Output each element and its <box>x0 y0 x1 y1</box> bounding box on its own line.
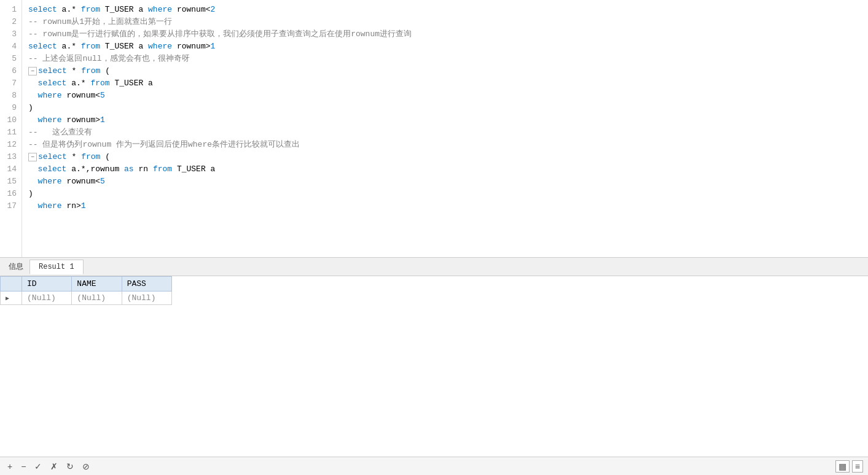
footer-right: ▦≡ <box>835 460 863 473</box>
code-segment: select <box>38 163 67 176</box>
line-number-12: 12 <box>5 139 17 151</box>
line-number-15: 15 <box>5 176 17 188</box>
code-content[interactable]: select a.* from T_USER a where rownum<2-… <box>22 0 868 257</box>
code-segment: select <box>38 77 67 90</box>
editor-area: 1234567891011121314151617 select a.* fro… <box>0 0 868 258</box>
code-segment: -- 上述会返回null，感觉会有也，很神奇呀 <box>28 53 190 65</box>
code-segment: select <box>28 4 57 16</box>
col-header-pass: PASS <box>122 277 171 292</box>
line-number-11: 11 <box>5 126 17 139</box>
code-segment: -- rownum从1开始，上面就查出第一行 <box>28 16 172 28</box>
code-segment: where <box>38 90 62 102</box>
subtract-button[interactable]: − <box>18 460 28 473</box>
code-line-6: −select * from ( <box>28 65 862 77</box>
confirm-button[interactable]: ✓ <box>32 460 44 473</box>
table-cell-0-0: (Null) <box>22 292 72 305</box>
code-segment <box>28 200 38 212</box>
footer-toolbar: +−✓✗↻⊘ ▦≡ <box>0 457 868 475</box>
code-segment <box>28 163 38 176</box>
code-line-15: where rownum<5 <box>28 176 862 188</box>
code-segment: where <box>148 41 172 53</box>
line-number-1: 1 <box>5 4 17 16</box>
code-segment: T_USER a <box>100 41 148 53</box>
grid-view-icon[interactable]: ▦ <box>835 460 850 473</box>
code-segment: -- 这么查没有 <box>28 126 92 139</box>
code-segment: a.* <box>57 41 81 53</box>
code-segment: where <box>38 114 62 126</box>
code-segment: rn <box>134 163 153 176</box>
table-cell-0-1: (Null) <box>72 292 122 305</box>
line-number-6: 6 <box>5 65 17 77</box>
add-button[interactable]: + <box>5 460 15 473</box>
code-segment: * <box>67 151 81 163</box>
row-indicator-0: ▶ <box>1 292 22 305</box>
code-segment: ( <box>100 65 110 77</box>
code-segment: ) <box>28 102 33 114</box>
fold-icon-6[interactable]: − <box>28 67 37 75</box>
code-segment: T_USER a <box>100 4 148 16</box>
code-segment: 1 <box>81 200 86 212</box>
code-line-8: where rownum<5 <box>28 90 862 102</box>
code-line-11: -- 这么查没有 <box>28 126 862 139</box>
code-segment: where <box>148 4 172 16</box>
code-segment: ( <box>100 151 110 163</box>
tabs-bar: 信息 Result 1 <box>0 258 868 276</box>
table-row: ▶(Null)(Null)(Null) <box>1 292 172 305</box>
code-segment: as <box>124 163 134 176</box>
code-segment: select <box>38 151 67 163</box>
code-container: 1234567891011121314151617 select a.* fro… <box>0 0 868 257</box>
result-table: IDNAMEPASS▶(Null)(Null)(Null) <box>0 276 172 305</box>
line-number-5: 5 <box>5 53 17 65</box>
code-segment: rownum< <box>62 90 100 102</box>
code-segment: T_USER a <box>172 163 215 176</box>
code-line-14: select a.*,rownum as rn from T_USER a <box>28 163 862 176</box>
info-tab[interactable]: 信息 <box>2 259 29 274</box>
code-segment: rownum< <box>62 176 100 188</box>
line-number-14: 14 <box>5 163 17 176</box>
col-header-id: ID <box>22 277 72 292</box>
code-segment: a.* <box>57 4 81 16</box>
row-indicator-header <box>1 277 22 292</box>
code-segment <box>28 77 38 90</box>
stop-button[interactable]: ⊘ <box>80 460 92 473</box>
code-segment: from <box>81 4 100 16</box>
code-line-17: where rn>1 <box>28 200 862 212</box>
line-number-4: 4 <box>5 41 17 53</box>
line-number-17: 17 <box>5 200 17 212</box>
code-segment: 1 <box>211 41 216 53</box>
code-line-3: -- rownum是一行进行赋值的，如果要从排序中获取，我们必须使用子查询查询之… <box>28 28 862 41</box>
code-line-13: −select * from ( <box>28 151 862 163</box>
line-number-13: 13 <box>5 151 17 163</box>
code-segment: from <box>81 151 100 163</box>
code-segment: from <box>153 163 172 176</box>
fold-icon-13[interactable]: − <box>28 153 37 161</box>
line-number-2: 2 <box>5 16 17 28</box>
code-line-9: ) <box>28 102 862 114</box>
code-line-10: where rownum>1 <box>28 114 862 126</box>
code-segment: -- 但是将伪列rownum 作为一列返回后使用where条件进行比较就可以查出 <box>28 139 300 151</box>
code-segment: rownum> <box>62 114 100 126</box>
col-header-name: NAME <box>72 277 122 292</box>
code-segment: from <box>81 65 100 77</box>
result-tab[interactable]: Result 1 <box>29 260 84 274</box>
code-line-4: select a.* from T_USER a where rownum>1 <box>28 41 862 53</box>
code-line-5: -- 上述会返回null，感觉会有也，很神奇呀 <box>28 53 862 65</box>
cancel-button[interactable]: ✗ <box>48 460 60 473</box>
code-line-1: select a.* from T_USER a where rownum<2 <box>28 4 862 16</box>
bottom-panel: 信息 Result 1 IDNAMEPASS▶(Null)(Null)(Null… <box>0 258 868 475</box>
table-cell-0-2: (Null) <box>122 292 171 305</box>
code-line-7: select a.* from T_USER a <box>28 77 862 90</box>
line-number-3: 3 <box>5 28 17 41</box>
line-number-7: 7 <box>5 77 17 90</box>
code-segment: a.*,rownum <box>66 163 124 176</box>
line-number-16: 16 <box>5 188 17 200</box>
code-segment: -- rownum是一行进行赋值的，如果要从排序中获取，我们必须使用子查询查询之… <box>28 28 412 41</box>
line-number-10: 10 <box>5 114 17 126</box>
footer-left: +−✓✗↻⊘ <box>5 460 92 473</box>
code-segment: select <box>28 41 57 53</box>
refresh-button[interactable]: ↻ <box>64 460 76 473</box>
code-segment: ) <box>28 188 33 200</box>
code-segment: rn> <box>62 200 81 212</box>
list-view-icon[interactable]: ≡ <box>852 460 863 473</box>
code-segment: where <box>38 200 62 212</box>
